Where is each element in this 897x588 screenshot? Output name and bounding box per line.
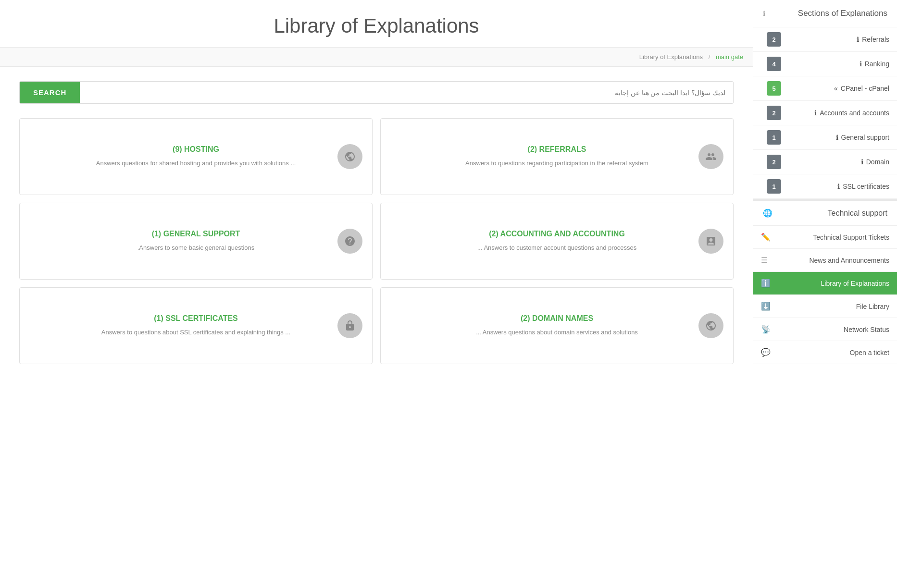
card-icon-hosting [337, 144, 362, 169]
card-desc-general: .Answers to some basic general questions [137, 243, 255, 253]
label-cpanel: « CPanel - cPanel [781, 85, 889, 92]
sections-info-icon: ℹ [763, 10, 765, 17]
info-icon-accounts: ℹ [814, 109, 817, 117]
info-icon-ssl: ℹ [837, 183, 840, 190]
file-library-icon: ⬇️ [761, 302, 771, 311]
card-desc-hosting: Answers questions for shared hosting and… [96, 159, 296, 168]
label-accounts: ℹ Accounts and accounts [781, 109, 889, 117]
badge-ranking: 4 [767, 57, 781, 71]
card-accounting[interactable]: (2) ACCOUNTING AND ACCOUNTING ... Answer… [380, 203, 734, 280]
sidebar-item-domain[interactable]: 2 ℹ Domain [753, 150, 897, 174]
card-title-hosting: (9) HOSTING [173, 145, 219, 154]
sidebar-link-library[interactable]: ℹ️ Library of Explanations [753, 272, 897, 295]
technical-support-title: 🌐 Technical support [753, 201, 897, 226]
page-title: Library of Explanations [0, 0, 753, 47]
badge-accounts: 2 [767, 106, 781, 120]
card-desc-referrals: Answers to questions regarding participa… [465, 159, 648, 168]
sidebar-link-open-ticket[interactable]: 💬 Open a ticket [753, 341, 897, 364]
globe-icon: 🌐 [763, 208, 772, 218]
sidebar-link-news[interactable]: ☰ News and Announcements [753, 249, 897, 272]
sidebar-item-general-support[interactable]: 1 ℹ General support [753, 125, 897, 150]
label-domain: ℹ Domain [781, 158, 889, 166]
card-domain[interactable]: (2) DOMAIN NAMES ... Answers questions a… [380, 287, 734, 364]
search-wrapper: SEARCH [19, 81, 734, 104]
search-button[interactable]: SEARCH [20, 82, 80, 103]
label-general-support: ℹ General support [781, 134, 889, 141]
badge-domain: 2 [767, 155, 781, 169]
card-icon-ssl [337, 313, 362, 338]
label-referrals: ℹ Referrals [781, 36, 889, 43]
sidebar-item-ranking[interactable]: 4 ℹ Ranking [753, 52, 897, 76]
card-icon-domain [698, 313, 723, 338]
card-general-support[interactable]: (1) GENERAL SUPPORT .Answers to some bas… [19, 203, 373, 280]
card-title-referrals: (2) REFERRALS [528, 145, 586, 154]
card-desc-domain: ... Answers questions about domain servi… [476, 328, 638, 337]
sidebar: ℹ Sections of Explanations 2 ℹ Referrals… [753, 0, 897, 588]
search-input[interactable] [80, 82, 733, 103]
info-icon-ranking: ℹ [860, 60, 862, 68]
sidebar-link-file-library[interactable]: ⬇️ File Library [753, 295, 897, 318]
breadcrumb-library: Library of Explanations [639, 53, 703, 61]
library-icon: ℹ️ [761, 279, 771, 288]
cards-grid: (9) HOSTING Answers questions for shared… [0, 118, 753, 379]
sidebar-item-cpanel[interactable]: 5 « CPanel - cPanel [753, 76, 897, 101]
card-title-domain: (2) DOMAIN NAMES [521, 314, 593, 323]
info-icon-domain: ℹ [861, 158, 863, 166]
info-icon-referrals: ℹ [857, 36, 859, 43]
sidebar-link-tickets[interactable]: ✏️ Technical Support Tickets [753, 226, 897, 249]
chevron-icon-cpanel: « [834, 85, 838, 92]
badge-ssl: 1 [767, 179, 781, 194]
card-title-general: (1) GENERAL SUPPORT [152, 230, 240, 238]
card-title-accounting: (2) ACCOUNTING AND ACCOUNTING [489, 230, 625, 238]
breadcrumb: Library of Explanations / main gate [0, 47, 753, 67]
card-hosting[interactable]: (9) HOSTING Answers questions for shared… [19, 118, 373, 195]
info-icon-general: ℹ [836, 134, 838, 141]
sidebar-item-ssl[interactable]: 1 ℹ SSL certificates [753, 174, 897, 199]
sections-title-label: Sections of Explanations [798, 9, 887, 18]
network-icon: 📡 [761, 325, 771, 334]
badge-referrals: 2 [767, 32, 781, 47]
main-content: Library of Explanations Library of Expla… [0, 0, 753, 588]
breadcrumb-separator: / [709, 53, 710, 61]
search-section: SEARCH [0, 67, 753, 118]
badge-general-support: 1 [767, 130, 781, 145]
card-title-ssl: (1) SSL CERTIFICATES [154, 314, 238, 323]
badge-cpanel: 5 [767, 81, 781, 96]
breadcrumb-current[interactable]: main gate [716, 53, 743, 61]
sidebar-link-network[interactable]: 📡 Network Status [753, 318, 897, 341]
technical-support-section: 🌐 Technical support ✏️ Technical Support… [753, 199, 897, 364]
tickets-icon: ✏️ [761, 233, 771, 242]
card-referrals[interactable]: (2) REFERRALS Answers to questions regar… [380, 118, 734, 195]
card-desc-ssl: Answers to questions about SSL certifica… [101, 328, 290, 337]
card-icon-referrals [698, 144, 723, 169]
sidebar-item-referrals[interactable]: 2 ℹ Referrals [753, 27, 897, 52]
news-icon: ☰ [761, 256, 768, 265]
card-icon-general [337, 229, 362, 254]
card-desc-accounting: ... Answers to customer account question… [477, 243, 637, 253]
card-ssl[interactable]: (1) SSL CERTIFICATES Answers to question… [19, 287, 373, 364]
label-ssl: ℹ SSL certificates [781, 183, 889, 190]
label-ranking: ℹ Ranking [781, 60, 889, 68]
sidebar-sections-title: ℹ Sections of Explanations [753, 0, 897, 27]
card-icon-accounting [698, 229, 723, 254]
sidebar-item-accounts[interactable]: 2 ℹ Accounts and accounts [753, 101, 897, 125]
open-ticket-icon: 💬 [761, 348, 771, 357]
